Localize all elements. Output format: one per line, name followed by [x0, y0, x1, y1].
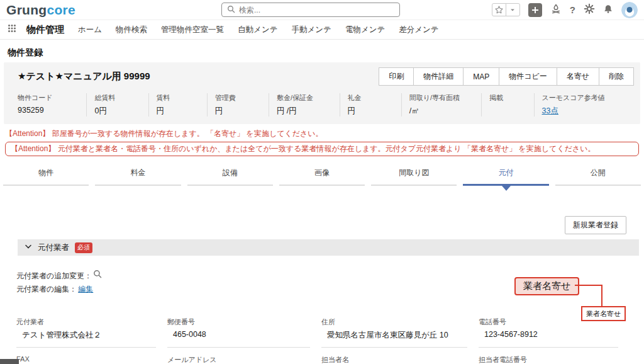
record-tabs: 物件 料金 設備 画像 間取り図 元付 公開 [0, 164, 644, 186]
search-input[interactable] [239, 6, 394, 14]
logo-text-dark: Grung [6, 3, 47, 18]
summary-fields: 物件コード 935259 総賃料 0円 賃料 円 管理費 円 敷金/保証金 円 … [9, 91, 635, 118]
summary-field: 総賃料 0円 [86, 93, 148, 117]
tab-koukai[interactable]: 公開 [552, 164, 644, 186]
print-button[interactable]: 印刷 [379, 67, 414, 86]
summary-field: 管理費 円 [207, 93, 269, 117]
app-launcher-waffle-icon[interactable] [8, 24, 16, 35]
logo-text-blue: core [47, 3, 76, 18]
global-actions-plus-icon[interactable] [528, 3, 542, 17]
favorite-star-icon[interactable] [492, 3, 506, 16]
record-header-band: ★テスト★マニュアル用 99999 印刷 物件詳細 MAP 物件コピー 名寄せ … [4, 62, 640, 124]
summary-field-sumo-score: スーモスコア参考値 33点 [534, 93, 635, 117]
status-tooltip-partial [0, 359, 19, 364]
attention-message-1: 【Attention】 部屋番号が一致する物件情報が存在します。 「名寄せ」 を… [5, 128, 639, 139]
callout-connector-v [601, 285, 602, 307]
nav-item-auto-mainte[interactable]: 自動メンテ [238, 25, 277, 35]
add-change-label: 元付業者の追加変更： [16, 270, 92, 283]
nav-item-home[interactable]: ホーム [78, 25, 102, 35]
screen: Grungcore ? [0, 0, 644, 364]
summary-field: 間取り/専有面積 /㎡ [401, 93, 481, 117]
delete-button[interactable]: 削除 [599, 67, 634, 86]
vendor-fields-row2: FAX メールアドレス 担当者名 ？？ 担当者電話番号 [16, 355, 639, 364]
summary-field: 敷金/保証金 円 /円 [269, 93, 340, 117]
vendor-edit-link[interactable]: 編集 [78, 283, 93, 296]
setup-gear-icon[interactable] [584, 3, 595, 17]
app-navbar: 物件管理 ホーム 物件検索 管理物件空室一覧 自動メンテ 手動メンテ 電物メンテ… [0, 20, 644, 39]
search-icon [227, 4, 235, 16]
app-name[interactable]: 物件管理 [26, 24, 64, 36]
tab-ryokin[interactable]: 料金 [92, 164, 184, 186]
summary-field: 掲載 [481, 93, 533, 117]
nayose-callout-label: 業者名寄せ [514, 277, 579, 295]
mototsuke-section-header[interactable]: 元付業者 必須 [18, 239, 639, 256]
record-title: ★テスト★マニュアル用 99999 [18, 71, 150, 82]
global-header: Grungcore ? [0, 0, 644, 20]
bukken-copy-button[interactable]: 物件コピー [499, 67, 557, 86]
field-fax: FAX [16, 355, 156, 364]
edit-label: 元付業者の編集： [16, 283, 77, 296]
tab-bukken[interactable]: 物件 [0, 164, 92, 186]
favorite-dropdown-icon[interactable] [506, 3, 520, 16]
new-vendor-register-button[interactable]: 新規業者登録 [565, 216, 626, 234]
field-tantousha-mei: 担当者名 ？？ [321, 355, 467, 364]
global-search[interactable] [221, 3, 400, 17]
field-juusho: 住所 愛知県名古屋市名東区藤見が丘 10 [321, 317, 467, 348]
tab-gazou[interactable]: 画像 [276, 164, 368, 186]
section-title: 元付業者 [38, 242, 69, 253]
summary-field: 物件コード 935259 [18, 93, 86, 117]
header-icons: ? [492, 2, 638, 18]
summary-field: 賃料 円 [148, 93, 207, 117]
nav-accent-bar [0, 39, 644, 41]
nav-item-vacancy-list[interactable]: 管理物件空室一覧 [161, 25, 224, 35]
guidance-campfire-icon[interactable] [550, 3, 562, 17]
page-title: 物件登録 [8, 47, 644, 59]
nav-item-bukken-search[interactable]: 物件検索 [116, 25, 147, 35]
field-mail-address: メールアドレス [167, 355, 310, 364]
nayose-button[interactable]: 名寄せ [557, 67, 599, 86]
required-badge: 必須 [75, 242, 92, 253]
field-mototsuke-gyousha: 元付業者 テスト管理株式会社２ [16, 317, 156, 348]
mototsuke-section-body: 元付業者の追加変更： 元付業者の編集： 編集 業者名寄せ 業者名寄せ 元付業者 … [16, 270, 639, 364]
map-button[interactable]: MAP [463, 67, 499, 86]
attention-message-2: 【Attention】 元付業者と業者名・電話番号・住所のいずれか、または全てが… [5, 142, 639, 156]
nayose-callout: 業者名寄せ 業者名寄せ [514, 277, 628, 327]
user-avatar[interactable] [621, 2, 638, 18]
active-tab-caret-icon [502, 186, 511, 191]
field-tantousha-denwa: 担当者電話番号 [479, 355, 618, 364]
help-icon[interactable]: ? [570, 4, 575, 15]
tab-setsubi[interactable]: 設備 [184, 164, 276, 186]
field-yuubin-bangou: 郵便番号 465-0048 [167, 317, 310, 348]
nav-item-denbutsu-mainte[interactable]: 電物メンテ [345, 25, 385, 35]
bukken-detail-button[interactable]: 物件詳細 [413, 67, 464, 86]
notifications-bell-icon[interactable] [603, 4, 613, 16]
callout-connector-h [575, 285, 602, 286]
tab-madorizu[interactable]: 間取り図 [368, 164, 460, 186]
gyousha-nayose-button[interactable]: 業者名寄せ [581, 306, 626, 321]
favorite-group [492, 3, 520, 16]
chevron-down-icon[interactable] [25, 243, 32, 252]
app-logo: Grungcore [6, 3, 75, 18]
vendor-lookup-search-icon[interactable] [93, 270, 102, 283]
sumo-score-link[interactable]: 33点 [542, 106, 558, 115]
summary-field: 礼金 円 [340, 93, 401, 117]
tab-mototsuke-active[interactable]: 元付 [460, 164, 552, 186]
nav-item-sabun-mainte[interactable]: 差分メンテ [399, 25, 438, 35]
record-actions: 印刷 物件詳細 MAP 物件コピー 名寄せ 削除 [379, 67, 634, 86]
nav-item-manual-mainte[interactable]: 手動メンテ [291, 25, 331, 35]
